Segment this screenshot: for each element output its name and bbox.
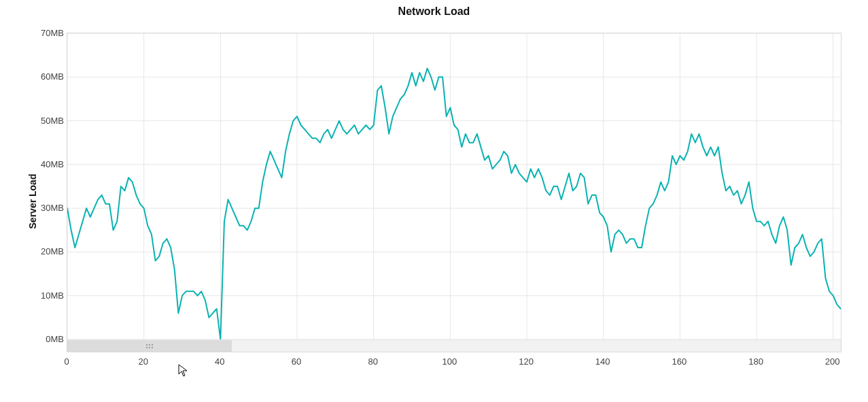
y-tick-label: 40MB [30,158,64,169]
y-tick-label: 70MB [30,28,64,38]
horizontal-scrollbar-thumb[interactable] [67,340,232,352]
y-tick-label: 60MB [30,71,64,82]
x-tick-label: 80 [368,356,377,367]
cursor-icon [178,364,189,378]
x-tick-label: 100 [442,356,457,367]
horizontal-scrollbar-track[interactable] [67,339,841,352]
y-tick-label: 20MB [30,246,64,256]
x-tick-label: 200 [825,356,840,367]
x-tick-label: 140 [595,356,610,367]
chart-plot-area[interactable] [67,33,841,352]
x-tick-label: 120 [519,356,534,367]
chart-svg [67,33,841,352]
x-tick-label: 0 [64,356,69,367]
y-axis-label: Server Load [27,173,38,229]
x-tick-label: 60 [292,356,301,367]
y-tick-label: 0MB [30,334,64,344]
y-tick-label: 10MB [30,290,64,300]
y-tick-label: 50MB [30,115,64,125]
y-tick-label: 30MB [30,203,64,213]
grip-icon [146,344,153,348]
x-tick-label: 180 [748,356,763,367]
chart-title: Network Load [0,5,868,18]
x-tick-label: 20 [138,356,147,367]
x-tick-label: 40 [215,356,224,367]
x-tick-label: 160 [672,356,687,367]
